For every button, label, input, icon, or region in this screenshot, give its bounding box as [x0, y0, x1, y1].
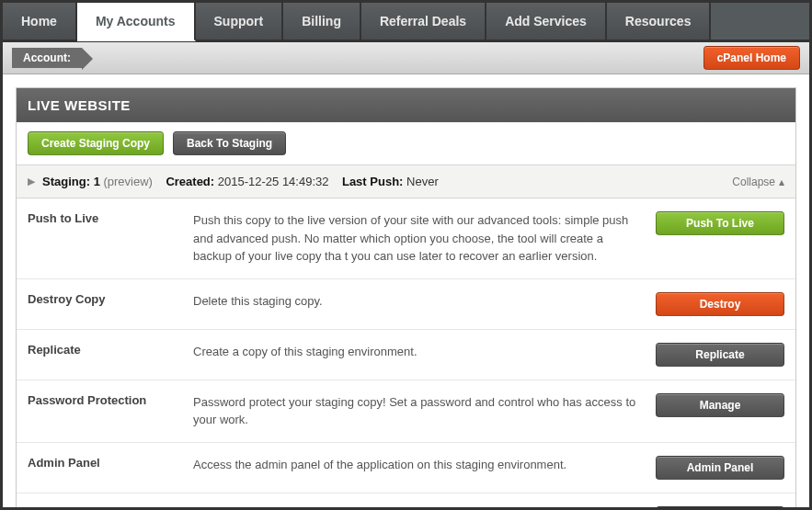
lastpush-value: Never — [406, 175, 439, 188]
nav-tab-referral[interactable]: Referral Deals — [361, 3, 486, 40]
row-action-button[interactable]: Create a Git Repo — [656, 506, 784, 511]
cpanel-home-button[interactable]: cPanel Home — [703, 46, 800, 70]
chevron-up-icon: ▴ — [779, 176, 784, 188]
row-label: Create a Git Repo — [28, 506, 193, 511]
panel-title: LIVE WEBSITE — [17, 88, 795, 122]
row-label: Replicate — [28, 343, 193, 357]
nav-tab-home[interactable]: Home — [3, 3, 77, 40]
row-action-button[interactable]: Replicate — [656, 343, 784, 367]
table-row: Destroy CopyDelete this staging copy.Des… — [17, 279, 795, 330]
row-description: Password protect your staging copy! Set … — [193, 393, 656, 429]
row-label: Push to Live — [28, 211, 193, 225]
row-action-button[interactable]: Manage — [656, 393, 784, 417]
lastpush-label: Last Push: — [342, 175, 403, 188]
create-staging-copy-button[interactable]: Create Staging Copy — [28, 131, 164, 155]
nav-tab-support[interactable]: Support — [196, 3, 284, 40]
staging-number: 1 — [94, 175, 100, 188]
panel-toolbar: Create Staging Copy Back To Staging — [17, 122, 795, 164]
row-description: Use our developer tool SG-Git to make a … — [193, 506, 656, 511]
account-label: Account: — [12, 48, 82, 68]
row-label: Destroy Copy — [28, 292, 193, 306]
nav-tab-my-accounts[interactable]: My Accounts — [77, 3, 196, 41]
main-nav: Home My Accounts Support Billing Referra… — [3, 3, 809, 42]
staging-suffix: (preview) — [103, 175, 152, 188]
table-row: Create a Git RepoUse our developer tool … — [17, 493, 795, 511]
live-website-panel: LIVE WEBSITE Create Staging Copy Back To… — [16, 87, 796, 510]
row-description: Push this copy to the live version of yo… — [193, 211, 656, 266]
collapse-label: Collapse — [732, 176, 775, 188]
row-action-button[interactable]: Destroy — [656, 292, 784, 316]
row-action-button[interactable]: Admin Panel — [656, 456, 784, 480]
row-description: Delete this staging copy. — [193, 292, 656, 311]
nav-tab-billing[interactable]: Billing — [283, 3, 361, 40]
staging-summary: ▶ Staging: 1 (preview) Created: 2015-12-… — [17, 164, 795, 198]
table-row: ReplicateCreate a copy of this staging e… — [17, 330, 795, 380]
row-label: Password Protection — [28, 393, 193, 407]
staging-label: Staging: — [42, 175, 90, 188]
back-to-staging-button[interactable]: Back To Staging — [173, 131, 286, 155]
account-bar: Account: cPanel Home — [3, 42, 809, 74]
nav-tab-resources[interactable]: Resources — [607, 3, 712, 40]
row-action-button[interactable]: Push To Live — [656, 211, 784, 235]
created-label: Created: — [166, 175, 214, 188]
row-description: Create a copy of this staging environmen… — [193, 343, 656, 361]
nav-tab-add-services[interactable]: Add Services — [486, 3, 607, 40]
collapse-toggle[interactable]: Collapse ▴ — [732, 176, 784, 188]
row-label: Admin Panel — [28, 456, 193, 470]
table-row: Admin PanelAccess the admin panel of the… — [17, 443, 795, 493]
table-row: Push to LivePush this copy to the live v… — [17, 198, 795, 279]
created-value: 2015-12-25 14:49:32 — [218, 175, 329, 188]
action-rows: Push to LivePush this copy to the live v… — [17, 198, 795, 510]
table-row: Password ProtectionPassword protect your… — [17, 380, 795, 443]
expand-arrow-icon[interactable]: ▶ — [28, 176, 35, 187]
row-description: Access the admin panel of the applicatio… — [193, 456, 656, 474]
